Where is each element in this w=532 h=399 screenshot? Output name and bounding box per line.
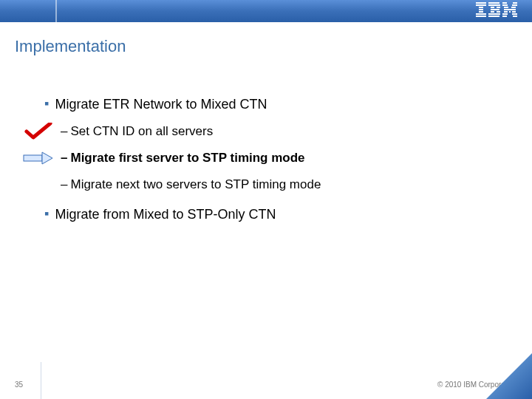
svg-rect-13 [497, 11, 500, 13]
arrow-right-icon [22, 149, 55, 168]
sub-item-1-text: –Set CTN ID on all servers [61, 124, 213, 139]
empty-icon-slot [22, 175, 55, 194]
svg-rect-19 [512, 4, 517, 6]
bullet-square-icon: ▪ [44, 96, 49, 112]
svg-rect-16 [502, 2, 507, 4]
header-divider [55, 0, 57, 22]
header-bar [0, 0, 532, 22]
sub-item-3-text: –Migrate next two servers to STP timing … [61, 177, 321, 192]
content-area: ▪ Migrate ETR Network to Mixed CTN –Set … [44, 96, 502, 233]
svg-rect-21 [511, 7, 516, 8]
svg-rect-29 [513, 16, 517, 17]
svg-rect-5 [476, 13, 486, 15]
svg-rect-22 [504, 9, 516, 10]
svg-rect-10 [497, 7, 500, 8]
corner-decoration [486, 353, 532, 399]
svg-rect-27 [512, 13, 517, 15]
svg-rect-24 [509, 11, 511, 13]
svg-rect-4 [479, 11, 483, 13]
svg-rect-6 [476, 16, 486, 17]
svg-rect-11 [491, 9, 499, 10]
sub-item-2-text: –Migrate first server to STP timing mode [61, 151, 305, 166]
footer-divider [41, 362, 41, 399]
svg-rect-15 [488, 16, 499, 17]
page-number: 35 [15, 381, 23, 389]
sub-item-3: –Migrate next two servers to STP timing … [22, 175, 502, 194]
svg-rect-30 [24, 155, 42, 161]
svg-rect-25 [512, 11, 516, 13]
ibm-logo [476, 2, 517, 20]
svg-rect-3 [479, 9, 483, 10]
svg-rect-23 [504, 11, 508, 13]
bullet-main-2-text: Migrate from Mixed to STP-Only CTN [55, 206, 276, 223]
svg-rect-20 [504, 7, 508, 8]
svg-rect-26 [502, 13, 508, 15]
bullet-main-2: ▪ Migrate from Mixed to STP-Only CTN [44, 206, 502, 223]
bullet-main-1: ▪ Migrate ETR Network to Mixed CTN [44, 96, 502, 113]
svg-rect-8 [488, 4, 500, 6]
svg-rect-17 [513, 2, 517, 4]
svg-rect-2 [479, 7, 483, 8]
svg-rect-0 [476, 2, 486, 4]
svg-rect-12 [491, 11, 494, 13]
sub-item-2: –Migrate first server to STP timing mode [22, 149, 502, 168]
svg-rect-1 [476, 4, 486, 6]
slide-title: Implementation [15, 37, 126, 56]
bullet-main-1-text: Migrate ETR Network to Mixed CTN [55, 96, 267, 113]
svg-rect-14 [488, 13, 500, 15]
svg-rect-28 [502, 16, 507, 17]
sub-item-1: –Set CTN ID on all servers [22, 122, 502, 141]
checkmark-icon [22, 122, 55, 141]
svg-rect-18 [502, 4, 508, 6]
svg-marker-32 [486, 353, 532, 399]
svg-rect-9 [491, 7, 494, 8]
svg-marker-31 [42, 152, 52, 164]
svg-rect-7 [488, 2, 499, 4]
bullet-square-icon: ▪ [44, 206, 49, 222]
